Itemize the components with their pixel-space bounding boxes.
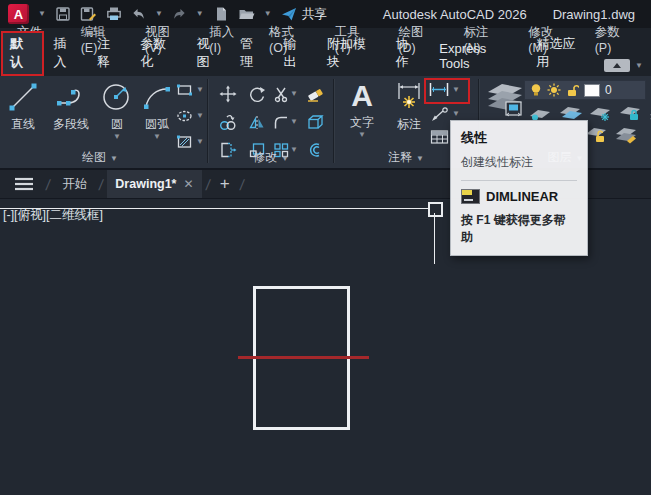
rotate-button[interactable] bbox=[243, 81, 270, 107]
ribbon-tab-annotate[interactable]: 注释 bbox=[88, 31, 131, 76]
line-label: 直线 bbox=[11, 116, 35, 133]
fillet-icon bbox=[273, 113, 289, 131]
dimension-label: 标注 bbox=[397, 116, 421, 133]
ribbon-collapse-area: ▼ bbox=[596, 59, 651, 76]
rectangle-tool[interactable]: ▼ bbox=[176, 80, 204, 100]
layer-properties-icon bbox=[486, 80, 524, 124]
layer-thaw-sun-icon bbox=[547, 83, 561, 97]
layer-edit-icon[interactable] bbox=[614, 127, 638, 144]
text-button[interactable]: A 文字 ▼ bbox=[342, 79, 382, 139]
drawn-red-line[interactable] bbox=[238, 356, 369, 359]
ribbon-tab-manage[interactable]: 管理 bbox=[231, 31, 274, 76]
layer-unlock-icon bbox=[566, 83, 579, 97]
redo-caret-icon[interactable]: ▼ bbox=[196, 10, 204, 18]
share-button[interactable]: 共享 bbox=[281, 6, 327, 23]
ribbon-tab-bar: 默认 插入 注释 参数化 视图 管理 输出 附加模块 协作 Express To… bbox=[0, 51, 651, 76]
collapse-arrow-icon bbox=[613, 63, 621, 68]
dimension-icon bbox=[391, 79, 427, 115]
ribbon-collapse-button[interactable] bbox=[604, 59, 630, 72]
move-icon bbox=[219, 85, 237, 103]
linear-dimension-tooltip: 线性 创建线性标注 DIMLINEAR 按 F1 键获得更多帮助 bbox=[450, 120, 588, 256]
save-icon[interactable] bbox=[55, 6, 71, 22]
close-tab-icon[interactable]: ✕ bbox=[183, 177, 193, 191]
ribbon-collapse-caret-icon[interactable]: ▼ bbox=[635, 62, 643, 70]
new-file-icon[interactable] bbox=[213, 6, 229, 22]
app-title: Autodesk AutoCAD 2026 bbox=[383, 7, 527, 22]
ribbon-tab-express-tools[interactable]: Express Tools bbox=[430, 37, 527, 76]
arc-caret-icon[interactable]: ▼ bbox=[153, 133, 161, 141]
ribbon-tab-collaborate[interactable]: 协作 bbox=[387, 31, 430, 76]
polyline-icon bbox=[54, 79, 88, 115]
freeze-layer-icon[interactable] bbox=[588, 105, 612, 122]
ribbon-tab-insert[interactable]: 插入 bbox=[44, 31, 87, 76]
trim-button[interactable]: ▼ bbox=[272, 81, 299, 107]
fillet-caret-icon[interactable]: ▼ bbox=[290, 118, 298, 126]
dimension-button[interactable]: 标注 bbox=[386, 79, 432, 133]
share-plane-icon bbox=[281, 7, 297, 22]
polyline-button[interactable]: 多段线 bbox=[44, 79, 98, 133]
text-caret-icon[interactable]: ▼ bbox=[358, 131, 366, 139]
plot-icon[interactable] bbox=[106, 6, 122, 22]
fillet-button[interactable]: ▼ bbox=[272, 109, 299, 135]
circle-button[interactable]: 圆 ▼ bbox=[98, 79, 136, 141]
ribbon-tab-featured-apps[interactable]: 精选应用 bbox=[527, 31, 596, 76]
tab-separator: / bbox=[98, 176, 105, 193]
viewport-controls[interactable]: [-][俯视][二维线框] bbox=[3, 207, 103, 224]
box-3d-button[interactable] bbox=[301, 109, 328, 135]
linear-dimension-caret-icon[interactable]: ▼ bbox=[452, 86, 460, 94]
linear-dimension-icon bbox=[428, 82, 450, 97]
dimlinear-command-icon bbox=[461, 189, 480, 204]
ribbon-tab-view[interactable]: 视图 bbox=[188, 31, 231, 76]
app-menu-caret-icon[interactable]: ▼ bbox=[38, 10, 46, 18]
lock-layer-icon[interactable] bbox=[618, 105, 642, 122]
ribbon-tab-parametric[interactable]: 参数化 bbox=[131, 31, 187, 76]
ribbon-tab-addins[interactable]: 附加模块 bbox=[318, 31, 387, 76]
draw-panel-label[interactable]: 绘图▼ bbox=[0, 149, 200, 166]
tab-separator: / bbox=[238, 176, 245, 193]
ellipse-tool[interactable]: ▼ bbox=[176, 106, 204, 126]
copy-button[interactable] bbox=[214, 109, 241, 135]
mirror-button[interactable] bbox=[243, 109, 270, 135]
text-label: 文字 bbox=[350, 114, 374, 131]
leader-caret-icon[interactable]: ▼ bbox=[452, 110, 460, 118]
ribbon-tab-home[interactable]: 默认 bbox=[1, 31, 44, 76]
new-drawing-button[interactable]: + bbox=[214, 174, 236, 194]
arc-button[interactable]: 圆弧 ▼ bbox=[136, 79, 178, 141]
crosshair-horizontal bbox=[0, 208, 428, 209]
circle-caret-icon[interactable]: ▼ bbox=[113, 133, 121, 141]
crosshair-vertical bbox=[434, 213, 435, 264]
layer-select-dropdown[interactable]: 0 bbox=[524, 80, 646, 100]
redo-icon[interactable] bbox=[172, 7, 187, 22]
save-as-icon[interactable] bbox=[80, 6, 97, 22]
mirror-icon bbox=[248, 113, 266, 131]
arc-label: 圆弧 bbox=[145, 116, 169, 133]
trim-caret-icon[interactable]: ▼ bbox=[290, 90, 298, 98]
linear-dimension-button[interactable]: ▼ bbox=[428, 82, 460, 97]
tooltip-command-row: DIMLINEAR bbox=[461, 189, 577, 204]
erase-icon bbox=[306, 85, 324, 103]
ribbon-tab-output[interactable]: 输出 bbox=[274, 31, 317, 76]
tab-separator: / bbox=[45, 176, 52, 193]
undo-caret-icon[interactable]: ▼ bbox=[155, 10, 163, 18]
copy-icon bbox=[219, 113, 237, 131]
ellipse-caret-icon[interactable]: ▼ bbox=[196, 112, 204, 120]
move-button[interactable] bbox=[214, 81, 241, 107]
modify-panel-label[interactable]: 修改▼ bbox=[209, 149, 333, 166]
line-button[interactable]: 直线 bbox=[2, 79, 44, 133]
drawing1-tab[interactable]: Drawing1* ✕ bbox=[107, 170, 201, 198]
qat-customize-icon[interactable]: ▼ bbox=[264, 10, 272, 18]
rectangle-caret-icon[interactable]: ▼ bbox=[196, 86, 204, 94]
table-button[interactable] bbox=[430, 129, 449, 145]
panel-separator bbox=[207, 79, 208, 163]
open-folder-icon[interactable] bbox=[238, 6, 255, 22]
erase-button[interactable] bbox=[301, 81, 328, 107]
start-tab[interactable]: 开始 bbox=[54, 170, 95, 198]
draw-panel-caret-icon: ▼ bbox=[110, 154, 118, 163]
undo-icon[interactable] bbox=[131, 7, 146, 22]
app-logo-icon[interactable]: A bbox=[8, 4, 29, 24]
autocad-window: { "titlebar": { "app_title": "Autodesk A… bbox=[0, 0, 651, 495]
quick-access-toolbar: ▼ ▼ ▼ 共享 bbox=[55, 6, 327, 23]
hatch-caret-icon[interactable]: ▼ bbox=[196, 138, 204, 146]
hamburger-menu-icon[interactable] bbox=[14, 177, 34, 191]
menu-parametric[interactable]: 参数(P) bbox=[589, 24, 640, 55]
